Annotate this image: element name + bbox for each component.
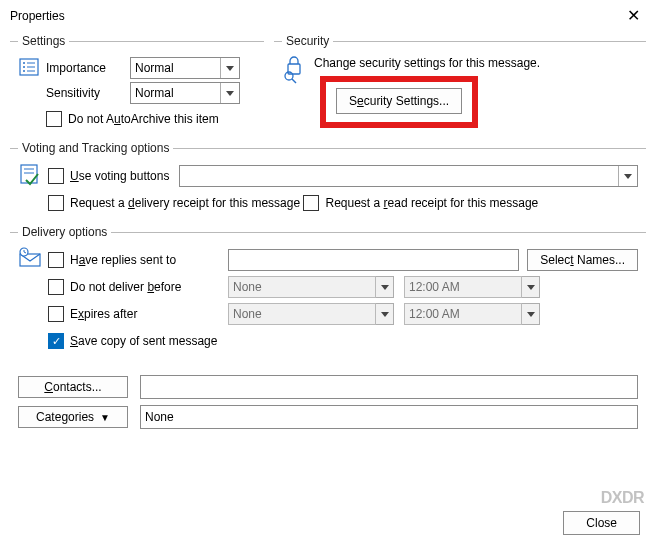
tracking-icon (18, 161, 42, 187)
categories-button[interactable]: Categories ▼ (18, 406, 128, 428)
voting-group: Voting and Tracking options Use voting b… (10, 141, 646, 219)
svg-point-8 (285, 72, 293, 80)
delivery-receipt-label: Request a delivery receipt for this mess… (70, 196, 300, 210)
autoarchive-label: Do not AutoArchive this item (68, 112, 219, 126)
expires-date-combo[interactable]: None (228, 303, 376, 325)
svg-point-2 (23, 66, 25, 68)
no-deliver-before-label: Do not deliver before (70, 280, 181, 294)
no-deliver-date-combo[interactable]: None (228, 276, 376, 298)
settings-legend: Settings (18, 34, 69, 48)
window-title: Properties (10, 9, 65, 23)
security-settings-button[interactable]: Security Settings... (336, 88, 462, 114)
watermark: DXDR (601, 489, 644, 507)
importance-value: Normal (135, 61, 174, 75)
settings-icon (18, 54, 40, 107)
dropdown-arrow-icon: ▼ (100, 412, 110, 423)
svg-line-9 (292, 79, 296, 83)
replies-to-input[interactable] (228, 249, 519, 271)
delivery-legend: Delivery options (18, 225, 111, 239)
svg-point-3 (23, 70, 25, 72)
save-copy-label: Save copy of sent message (70, 334, 217, 348)
chevron-down-icon[interactable] (522, 303, 540, 325)
use-voting-label: Use voting buttons (70, 169, 169, 183)
security-description: Change security settings for this messag… (314, 56, 540, 70)
titlebar: Properties ✕ (0, 0, 656, 32)
no-deliver-time-combo[interactable]: 12:00 AM (404, 276, 522, 298)
select-names-button[interactable]: Select Names... (527, 249, 638, 271)
voting-legend: Voting and Tracking options (18, 141, 173, 155)
categories-input[interactable]: None (140, 405, 638, 429)
no-deliver-before-checkbox[interactable]: Do not deliver before (48, 279, 228, 295)
chevron-down-icon[interactable] (376, 303, 394, 325)
chevron-down-icon (618, 166, 637, 186)
expires-time-combo[interactable]: 12:00 AM (404, 303, 522, 325)
replies-to-checkbox[interactable]: Have replies sent to (48, 252, 228, 268)
chevron-down-icon[interactable] (376, 276, 394, 298)
contacts-input[interactable] (140, 375, 638, 399)
security-legend: Security (282, 34, 333, 48)
importance-label: Importance (46, 61, 130, 75)
security-group: Security Change security settings for th… (274, 34, 646, 135)
chevron-down-icon (220, 83, 239, 103)
read-receipt-label: Request a read receipt for this message (325, 196, 538, 210)
security-highlight: Security Settings... (320, 76, 478, 128)
use-voting-checkbox[interactable]: Use voting buttons (48, 168, 169, 184)
expires-after-checkbox[interactable]: Expires after (48, 306, 228, 322)
voting-combo[interactable] (179, 165, 638, 187)
chevron-down-icon[interactable] (522, 276, 540, 298)
delivery-icon (18, 245, 42, 269)
settings-group: Settings Importance Normal (10, 34, 264, 135)
sensitivity-label: Sensitivity (46, 86, 130, 100)
close-button[interactable]: Close (563, 511, 640, 535)
properties-dialog: Properties ✕ Settings Importance Normal (0, 0, 656, 545)
svg-point-1 (23, 62, 25, 64)
svg-rect-10 (21, 165, 37, 183)
expires-after-label: Expires after (70, 307, 137, 321)
read-receipt-checkbox[interactable]: Request a read receipt for this message (303, 195, 538, 211)
categories-label: Categories (36, 410, 94, 424)
lock-search-icon (282, 56, 306, 87)
delivery-group: Delivery options Have replies sent to (10, 225, 646, 357)
sensitivity-select[interactable]: Normal (130, 82, 240, 104)
chevron-down-icon (220, 58, 239, 78)
importance-select[interactable]: Normal (130, 57, 240, 79)
delivery-receipt-checkbox[interactable]: Request a delivery receipt for this mess… (48, 195, 300, 211)
save-copy-checkbox[interactable]: ✓ Save copy of sent message (48, 333, 217, 349)
replies-to-label: Have replies sent to (70, 253, 176, 267)
sensitivity-value: Normal (135, 86, 174, 100)
autoarchive-checkbox[interactable]: Do not AutoArchive this item (46, 111, 219, 127)
close-icon[interactable]: ✕ (621, 6, 646, 26)
contacts-button[interactable]: Contacts... (18, 376, 128, 398)
